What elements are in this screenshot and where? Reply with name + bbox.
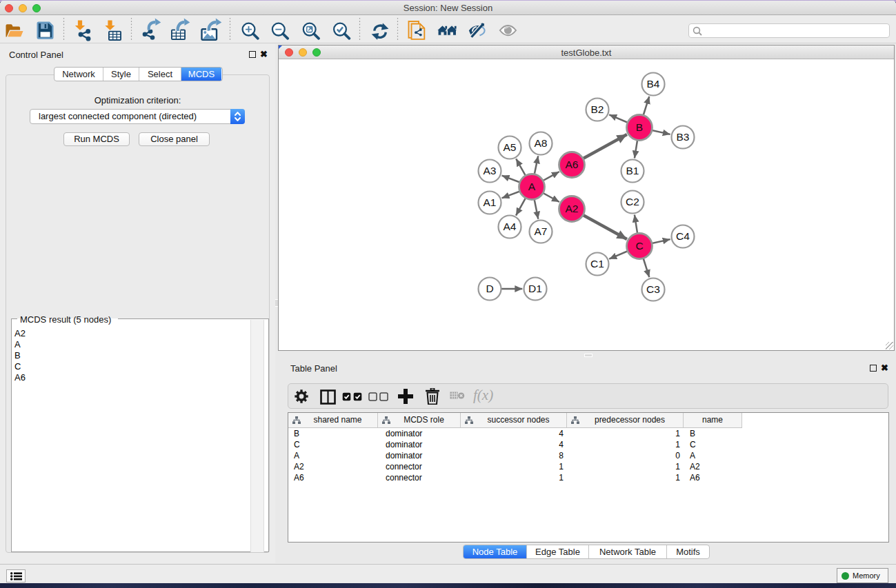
svg-text:B3: B3 bbox=[677, 131, 690, 143]
svg-text:D1: D1 bbox=[528, 283, 542, 294]
svg-text:C: C bbox=[635, 240, 643, 252]
svg-text:B2: B2 bbox=[591, 103, 604, 115]
svg-text:B: B bbox=[636, 121, 643, 133]
svg-text:A5: A5 bbox=[504, 141, 517, 153]
svg-text:A2: A2 bbox=[566, 203, 579, 214]
svg-text:C3: C3 bbox=[646, 283, 660, 295]
svg-text:D: D bbox=[486, 283, 493, 294]
svg-text:A3: A3 bbox=[484, 165, 497, 176]
svg-text:B1: B1 bbox=[626, 165, 639, 176]
svg-text:C1: C1 bbox=[590, 258, 604, 270]
svg-text:A7: A7 bbox=[535, 225, 548, 237]
svg-text:A8: A8 bbox=[535, 137, 548, 149]
svg-text:A6: A6 bbox=[566, 159, 579, 170]
svg-text:A1: A1 bbox=[484, 196, 497, 208]
svg-text:C2: C2 bbox=[626, 196, 639, 207]
svg-text:A: A bbox=[528, 181, 536, 192]
svg-text:B4: B4 bbox=[647, 78, 660, 90]
svg-text:C4: C4 bbox=[676, 230, 690, 242]
svg-text:A4: A4 bbox=[504, 221, 517, 232]
